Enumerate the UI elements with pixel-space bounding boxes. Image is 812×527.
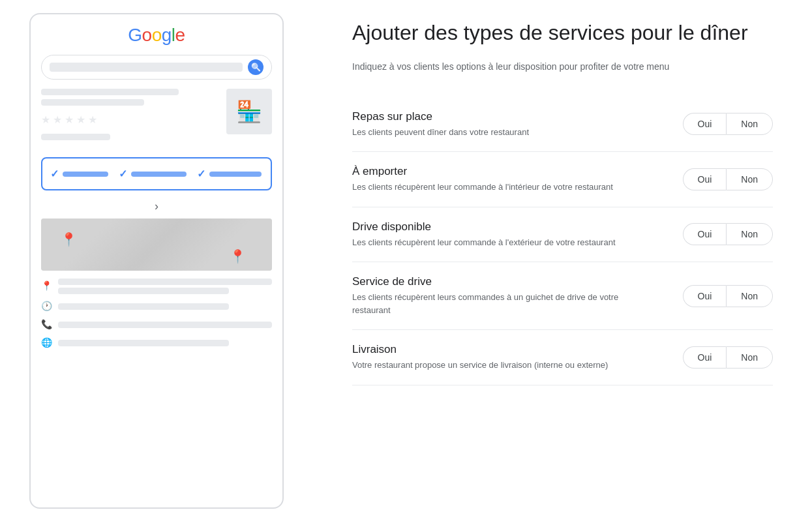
info-row-globe: 🌐 [41,337,272,349]
map-pin-1: 📍 [61,232,77,247]
search-input-skeleton [50,63,243,72]
service-name-a-emporter: À emporter [352,165,657,178]
service-name-service-de-drive: Service de drive [352,275,657,288]
non-button-repas-sur-place[interactable]: Non [726,113,773,135]
star-4: ★ [76,113,85,126]
skeleton-line [58,340,229,346]
skeleton-line [58,322,272,328]
google-logo: Google [41,25,272,46]
star-1: ★ [41,113,50,126]
oui-button-service-de-drive[interactable]: Oui [683,285,727,307]
button-group-drive-disponible: Oui Non [683,223,773,245]
service-item-drive-disponible: Drive disponible Les clients récupèrent … [352,207,773,263]
check-line-2 [131,172,187,177]
page-title: Ajouter des types de services pour le dî… [352,20,773,47]
phone-mockup-panel: Google ★ ★ ★ ★ ★ [0,0,313,527]
right-panel: Ajouter des types de services pour le dî… [313,0,812,527]
service-desc-drive-disponible: Les clients récupèrent leur commande à l… [352,236,657,249]
service-info-repas-sur-place: Repas sur place Les clients peuvent dîne… [352,110,683,139]
skeleton-line [58,279,272,285]
service-name-livraison: Livraison [352,343,657,356]
service-desc-repas-sur-place: Les clients peuvent dîner dans votre res… [352,126,657,139]
service-list: Repas sur place Les clients peuvent dîne… [352,97,773,385]
skeleton-line [58,303,229,310]
info-row-location: 📍 [41,279,272,294]
check-line-3 [209,172,262,177]
skeleton-line [41,89,179,95]
service-desc-service-de-drive: Les clients récupèrent leurs commandes à… [352,291,657,316]
service-info-a-emporter: À emporter Les clients récupèrent leur c… [352,165,683,194]
store-image: 🏪 [226,89,272,134]
check-item-1: ✓ [50,168,108,180]
button-group-service-de-drive: Oui Non [683,285,773,307]
non-button-service-de-drive[interactable]: Non [726,285,773,307]
check-item-3: ✓ [197,168,262,180]
star-5: ★ [88,113,97,126]
skeleton-line [58,288,229,294]
service-desc-livraison: Votre restaurant propose un service de l… [352,359,657,372]
non-button-livraison[interactable]: Non [726,346,773,369]
info-row-clock: 🕐 [41,301,272,312]
arrow-right: › [41,200,272,213]
service-desc-a-emporter: Les clients récupèrent leur commande à l… [352,181,657,194]
oui-button-a-emporter[interactable]: Oui [683,168,727,190]
service-name-drive-disponible: Drive disponible [352,220,657,233]
info-row-phone: 📞 [41,319,272,331]
check-line-1 [63,172,108,177]
map-pin-2: 📍 [230,248,246,264]
service-name-repas-sur-place: Repas sur place [352,110,657,123]
oui-button-livraison[interactable]: Oui [683,346,727,369]
checkmark-2: ✓ [119,168,127,180]
location-icon: 📍 [41,280,53,292]
globe-icon: 🌐 [41,337,53,349]
checkmark-3: ✓ [197,168,205,180]
check-item-2: ✓ [119,168,187,180]
clock-icon: 🕐 [41,301,53,312]
skeleton-group-2 [41,134,213,140]
button-group-a-emporter: Oui Non [683,168,773,190]
service-item-a-emporter: À emporter Les clients récupèrent leur c… [352,152,773,207]
star-2: ★ [53,113,62,126]
stars-row: ★ ★ ★ ★ ★ [41,113,213,126]
skeleton-group-1 [41,89,213,106]
star-3: ★ [65,113,74,126]
service-item-service-de-drive: Service de drive Les clients récupèrent … [352,262,773,330]
info-section: 📍 🕐 📞 🌐 [41,279,272,349]
service-info-livraison: Livraison Votre restaurant propose un se… [352,343,683,372]
non-button-a-emporter[interactable]: Non [726,168,773,190]
service-item-livraison: Livraison Votre restaurant propose un se… [352,330,773,385]
phone-icon: 📞 [41,319,53,331]
oui-button-drive-disponible[interactable]: Oui [683,223,727,245]
phone-mockup: Google ★ ★ ★ ★ ★ [29,13,284,509]
non-button-drive-disponible[interactable]: Non [726,223,773,245]
skeleton-line [41,134,110,140]
store-icon: 🏪 [236,99,262,124]
map-placeholder: 📍 📍 [41,218,272,271]
highlight-card: ✓ ✓ ✓ [41,157,272,190]
skeleton-line [41,99,144,106]
button-group-repas-sur-place: Oui Non [683,113,773,135]
search-bar-mockup [41,55,272,80]
page-subtitle: Indiquez à vos clients les options à leu… [352,60,773,74]
button-group-livraison: Oui Non [683,346,773,369]
checkmark-1: ✓ [50,168,59,180]
oui-button-repas-sur-place[interactable]: Oui [683,113,727,135]
service-info-drive-disponible: Drive disponible Les clients récupèrent … [352,220,683,249]
search-icon [248,59,263,75]
service-info-service-de-drive: Service de drive Les clients récupèrent … [352,275,683,316]
service-item-repas-sur-place: Repas sur place Les clients peuvent dîne… [352,97,773,153]
